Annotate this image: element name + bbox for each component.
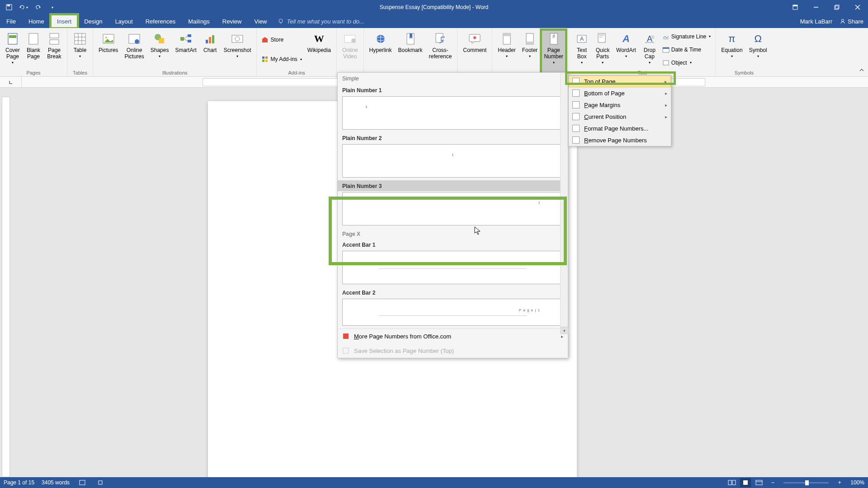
maximize-button[interactable] (826, 0, 847, 14)
gallery-item-plain-number-2[interactable]: 1 (342, 144, 563, 178)
save-icon[interactable] (4, 2, 14, 13)
scroll-down-button[interactable]: ▾ (561, 327, 568, 334)
object-button[interactable]: Object▾ (660, 59, 712, 67)
quick-parts-button[interactable]: Quick Parts▾ (593, 30, 613, 69)
text-box-button[interactable]: AText Box▾ (572, 30, 592, 69)
symbol-button[interactable]: ΩSymbol▾ (746, 30, 770, 69)
svg-text:✱: ✱ (473, 35, 476, 40)
more-page-numbers-link[interactable]: More Page Numbers from Office.com ▸ (338, 329, 568, 343)
tab-file[interactable]: File (0, 14, 22, 28)
share-button[interactable]: Share (840, 18, 863, 25)
cross-reference-button[interactable]: Cross- reference (426, 30, 455, 75)
tab-view[interactable]: View (248, 14, 273, 28)
gallery-item-accent-bar-1[interactable]: 1 | P a g e (342, 251, 563, 284)
tab-selector[interactable] (0, 77, 22, 88)
lightbulb-icon (278, 18, 284, 24)
video-icon (343, 32, 357, 46)
close-button[interactable] (847, 0, 868, 14)
signature-line-button[interactable]: Signature Line▾ (660, 33, 712, 41)
equation-icon: π (725, 32, 739, 46)
tab-review[interactable]: Review (216, 14, 248, 28)
svg-rect-70 (663, 61, 669, 65)
zoom-level[interactable]: 100% (850, 479, 864, 486)
cover-page-button[interactable]: Cover Page▾ (3, 30, 23, 69)
vertical-ruler[interactable] (2, 97, 10, 477)
menu-remove-page-numbers[interactable]: Remove Page Numbers (569, 134, 671, 146)
blank-page-button[interactable]: Blank Page (24, 30, 43, 69)
tab-layout[interactable]: Layout (109, 14, 139, 28)
svg-rect-16 (50, 40, 59, 44)
screenshot-button[interactable]: Screenshot▾ (221, 30, 254, 69)
tab-home[interactable]: Home (22, 14, 51, 28)
menu-bottom-of-page[interactable]: Bottom of Page▸ (569, 87, 671, 99)
svg-rect-13 (9, 35, 16, 38)
bookmark-button[interactable]: Bookmark (396, 30, 425, 75)
wikipedia-button[interactable]: WWikipedia (305, 30, 334, 69)
gallery-item-accent-bar-2[interactable]: P a g e | 1 (342, 299, 563, 326)
addins-icon (261, 56, 269, 63)
comment-button[interactable]: ✱Comment (460, 30, 489, 75)
svg-rect-39 (262, 56, 264, 59)
table-button[interactable]: Table▾ (70, 30, 90, 69)
svg-line-31 (184, 36, 188, 39)
tell-me-search[interactable]: Tell me what you want to do... (278, 18, 364, 25)
drop-cap-button[interactable]: ADrop Cap▾ (640, 30, 660, 69)
my-addins-button[interactable]: My Add-ins▾ (259, 55, 303, 64)
gallery-scrollbar[interactable]: ▾ (560, 73, 568, 334)
minimize-button[interactable] (806, 0, 826, 14)
zoom-slider[interactable] (783, 482, 829, 483)
smartart-button[interactable]: SmartArt (172, 30, 199, 69)
header-button[interactable]: Header▾ (495, 30, 518, 75)
user-name[interactable]: Mark LaBarr (800, 18, 833, 25)
redo-button[interactable] (33, 2, 43, 13)
equation-button[interactable]: πEquation▾ (718, 30, 745, 69)
svg-text:#: # (552, 34, 555, 39)
page-count[interactable]: Page 1 of 15 (4, 479, 34, 486)
page-number-button[interactable]: #Page Number▾ (541, 30, 566, 75)
gallery-label-pn3: Plain Number 3 (338, 180, 568, 191)
qat-customize[interactable]: ▾ (47, 2, 58, 13)
online-video-button[interactable]: Online Video (340, 30, 361, 75)
collapse-ribbon-button[interactable] (859, 66, 864, 75)
print-layout-button[interactable] (740, 478, 751, 487)
tab-mailings[interactable]: Mailings (182, 14, 216, 28)
page-margins-icon (572, 101, 580, 108)
word-count[interactable]: 3405 words (42, 479, 70, 486)
store-button[interactable]: Store (259, 35, 303, 44)
zoom-in-button[interactable]: + (834, 478, 845, 487)
shapes-icon (152, 32, 167, 46)
menu-top-of-page[interactable]: Top of Page▸ (569, 75, 671, 87)
menu-page-margins[interactable]: Page Margins▸ (569, 99, 671, 111)
ribbon-display-options[interactable] (785, 0, 806, 14)
symbols-group-label: Symbols (718, 69, 769, 75)
menu-current-position[interactable]: Current Position▸ (569, 111, 671, 122)
gallery-item-plain-number-3[interactable]: 1 (342, 192, 563, 225)
footer-button[interactable]: Footer▾ (519, 30, 541, 75)
web-layout-button[interactable] (754, 478, 764, 487)
menu-format-page-numbers[interactable]: Format Page Numbers... (569, 122, 671, 134)
zoom-out-button[interactable]: − (767, 478, 778, 487)
chart-button[interactable]: Chart (200, 30, 220, 69)
gallery-item-plain-number-1[interactable]: 1 (342, 96, 563, 130)
date-time-button[interactable]: Date & Time (660, 46, 712, 54)
wordart-icon: A (619, 32, 633, 46)
page-break-button[interactable]: Page Break (44, 30, 64, 69)
pages-group-label: Pages (3, 69, 64, 75)
tab-references[interactable]: References (139, 14, 182, 28)
online-pictures-button[interactable]: Online Pictures (122, 30, 146, 69)
shapes-button[interactable]: Shapes▾ (148, 30, 172, 69)
svg-rect-61 (599, 34, 604, 36)
tab-insert[interactable]: Insert (51, 14, 78, 28)
tab-design[interactable]: Design (78, 14, 108, 28)
svg-rect-28 (180, 37, 184, 41)
macro-icon[interactable] (95, 478, 106, 487)
undo-button[interactable]: ▾ (18, 2, 29, 13)
read-mode-button[interactable] (726, 478, 737, 487)
wordart-button[interactable]: AWordArt▾ (613, 30, 639, 69)
spell-check-icon[interactable] (77, 478, 88, 487)
svg-rect-62 (599, 37, 603, 38)
pictures-button[interactable]: Pictures (96, 30, 121, 69)
ribbon: Cover Page▾ Blank Page Page Break Pages … (0, 28, 868, 77)
svg-rect-36 (232, 35, 243, 42)
hyperlink-button[interactable]: Hyperlink (367, 30, 395, 75)
